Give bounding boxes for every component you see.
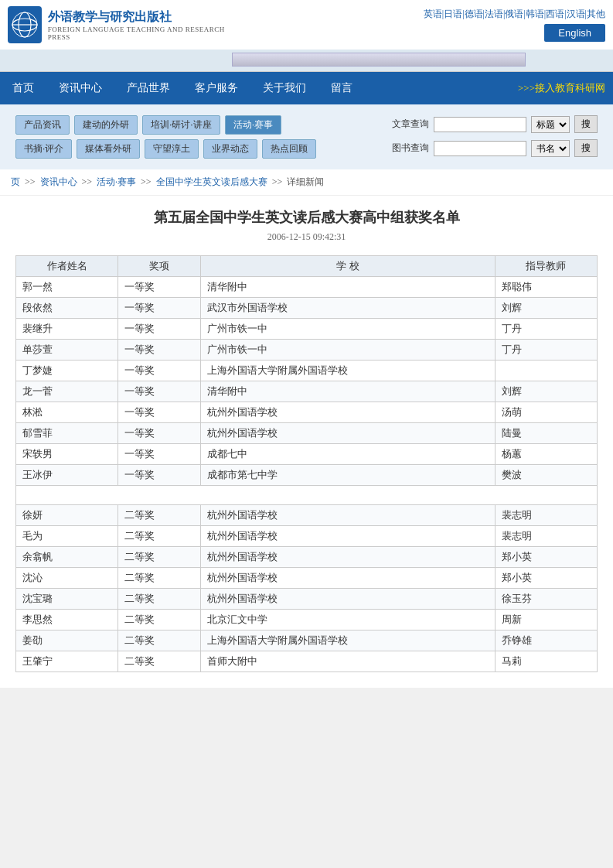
sub-nav: 产品资讯 建动的外研 培训·研讨·讲座 活动·赛事 书摘·评介 媒体看外研 守望… xyxy=(0,104,613,169)
main-nav: 首页 资讯中心 产品世界 客户服务 关于我们 留言 >>>接入教育科研网 xyxy=(0,72,613,104)
nav-message[interactable]: 留言 xyxy=(326,78,357,98)
article-search-input[interactable] xyxy=(434,117,526,132)
table-row: 沈沁二等奖杭州外国语学校郑小英 xyxy=(16,568,598,589)
cat-media[interactable]: 媒体看外研 xyxy=(77,139,140,159)
table-row: 单莎萱一等奖广州市铁一中丁丹 xyxy=(16,340,598,361)
breadcrumb-page[interactable]: 页 xyxy=(11,176,20,187)
article-search-button[interactable]: 搜 xyxy=(574,115,598,133)
table-row: 李思然二等奖北京汇文中学周新 xyxy=(16,610,598,630)
table-row: 段依然一等奖武汉市外国语学校刘辉 xyxy=(16,298,598,319)
breadcrumb: 页 >> 资讯中心 >> 活动·赛事 >> 全国中学生英文读后感大赛 >> 详细… xyxy=(0,169,613,196)
award-table: 作者姓名 奖项 学 校 指导教师 郭一然一等奖清华附中郑聪伟段依然一等奖武汉市外… xyxy=(15,255,598,672)
table-row: 龙一菅一等奖清华附中刘辉 xyxy=(16,381,598,402)
nav-news[interactable]: 资讯中心 xyxy=(54,78,107,98)
article-search-select[interactable]: 标题 xyxy=(531,116,570,133)
nav-home[interactable]: 首页 xyxy=(8,78,39,98)
article: 第五届全国中学生英文读后感大赛高中组获奖名单 2006-12-15 09:42:… xyxy=(0,196,613,688)
table-row: 沈宝璐二等奖杭州外国语学校徐玉芬 xyxy=(16,589,598,610)
table-row: 郭一然一等奖清华附中郑聪伟 xyxy=(16,277,598,298)
col-author: 作者姓名 xyxy=(16,256,118,277)
lang-button[interactable]: English xyxy=(544,24,605,42)
breadcrumb-activity[interactable]: 活动·赛事 xyxy=(97,176,136,187)
search-boxes: 文章查询 标题 搜 图书查询 书名 搜 xyxy=(392,115,598,157)
article-title: 第五届全国中学生英文读后感大赛高中组获奖名单 xyxy=(15,208,598,227)
table-row: 裴继升一等奖广州市铁一中丁丹 xyxy=(16,319,598,340)
lang-links[interactable]: 英语|日语|德语|法语|俄语|韩语|西语|汉语|其他 xyxy=(424,8,605,21)
breadcrumb-contest[interactable]: 全国中学生英文读后感大赛 xyxy=(156,176,267,187)
logo-sub: FOREIGN LANGUAGE TEACHING AND RESEARCH P… xyxy=(48,26,232,41)
table-row: 郁雪菲一等奖杭州外国语学校陆曼 xyxy=(16,423,598,444)
book-search-label: 图书查询 xyxy=(392,142,429,155)
table-row: 余翕帆二等奖杭州外国语学校郑小英 xyxy=(16,547,598,568)
cat-training[interactable]: 培训·研讨·讲座 xyxy=(142,115,220,135)
nav-service[interactable]: 客户服务 xyxy=(190,78,243,98)
col-school: 学 校 xyxy=(201,256,496,277)
logo-icon xyxy=(8,6,42,43)
breadcrumb-current: 详细新闻 xyxy=(287,176,324,187)
cat-product-info[interactable]: 产品资讯 xyxy=(15,115,70,135)
table-row: 王冰伊一等奖成都市第七中学樊波 xyxy=(16,465,598,486)
cat-activity[interactable]: 活动·赛事 xyxy=(225,115,281,135)
table-row: 丁梦婕一等奖上海外国语大学附属外国语学校 xyxy=(16,361,598,381)
breadcrumb-news[interactable]: 资讯中心 xyxy=(40,176,77,187)
article-search-label: 文章查询 xyxy=(392,118,429,131)
book-search-input[interactable] xyxy=(434,141,526,156)
nav-about[interactable]: 关于我们 xyxy=(258,78,311,98)
cat-hotspot[interactable]: 热点回顾 xyxy=(262,139,316,159)
logo-area: 外语教学与研究出版社 FOREIGN LANGUAGE TEACHING AND… xyxy=(8,6,232,43)
article-date: 2006-12-15 09:42:31 xyxy=(15,231,598,243)
table-row: 王肇宁二等奖首师大附中马莉 xyxy=(16,651,598,672)
nav-edu-link[interactable]: >>>接入教育科研网 xyxy=(518,81,605,95)
category-buttons: 产品资讯 建动的外研 培训·研讨·讲座 活动·赛事 书摘·评介 媒体看外研 守望… xyxy=(15,115,316,159)
col-award: 奖项 xyxy=(118,256,201,277)
book-search-button[interactable]: 搜 xyxy=(574,139,598,157)
table-row: 徐妍二等奖杭州外国语学校裴志明 xyxy=(16,505,598,526)
table-row: 宋轶男一等奖成都七中杨蕙 xyxy=(16,444,598,465)
cat-industry[interactable]: 业界动态 xyxy=(203,139,257,159)
cat-watch[interactable]: 守望淳土 xyxy=(145,139,199,159)
table-row: 毛为二等奖杭州外国语学校裴志明 xyxy=(16,526,598,547)
table-row: 姜劭二等奖上海外国语大学附属外国语学校乔铮雄 xyxy=(16,630,598,651)
nav-products[interactable]: 产品世界 xyxy=(122,78,175,98)
nav-links: 首页 资讯中心 产品世界 客户服务 关于我们 留言 xyxy=(8,78,357,98)
logo-name: 外语教学与研究出版社 xyxy=(48,9,232,26)
col-teacher: 指导教师 xyxy=(495,256,597,277)
cat-book-review[interactable]: 书摘·评介 xyxy=(15,139,72,159)
cat-news[interactable]: 建动的外研 xyxy=(74,115,138,135)
lang-area: 英语|日语|德语|法语|俄语|韩语|西语|汉语|其他 English xyxy=(232,8,605,42)
book-search-select[interactable]: 书名 xyxy=(531,140,570,157)
logo-text: 外语教学与研究出版社 FOREIGN LANGUAGE TEACHING AND… xyxy=(48,9,232,41)
table-row: 林淞一等奖杭州外国语学校汤萌 xyxy=(16,402,598,423)
search-bar xyxy=(0,50,613,71)
